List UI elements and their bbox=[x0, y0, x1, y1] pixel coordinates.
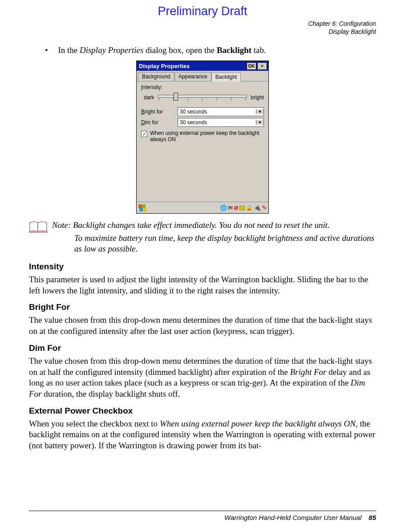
chapter-header: Chapter 6: Configuration Display Backlig… bbox=[29, 20, 376, 36]
paragraph-dim-for: The value chosen from this drop-down men… bbox=[29, 356, 376, 400]
dim-for-label: Dim for bbox=[141, 119, 178, 126]
start-flag-icon2 bbox=[139, 208, 146, 211]
heading-intensity: Intensity bbox=[29, 262, 376, 272]
preliminary-draft-header: Preliminary Draft bbox=[29, 0, 376, 20]
tray-card-icon[interactable] bbox=[239, 206, 245, 210]
backlight-panel: Intensity: dark ||||||| bright Bright fo… bbox=[137, 81, 268, 202]
slider-dark-label: dark bbox=[144, 94, 154, 101]
window-title: Display Properties bbox=[138, 63, 246, 69]
heading-bright-for: Bright For bbox=[29, 302, 376, 312]
dim-for-dropdown[interactable]: 30 seconds ▼ bbox=[178, 118, 264, 127]
dropdown-arrow-icon: ▼ bbox=[256, 110, 263, 114]
tab-backlight[interactable]: Backlight bbox=[211, 73, 241, 81]
paragraph-external-power: When you select the checkbox next to Whe… bbox=[29, 418, 376, 451]
tray-stop-icon[interactable]: ⊘ bbox=[234, 204, 239, 211]
paragraph-intensity: This parameter is used to adjust the lig… bbox=[29, 274, 376, 296]
screenshot-wrapper: Display Properties OK × Background Appea… bbox=[29, 61, 376, 214]
dim-for-row: Dim for 30 seconds ▼ bbox=[141, 118, 264, 127]
note-line2: To maximize battery run time, keep the d… bbox=[52, 233, 376, 255]
dim-p3: duration, the display backlight shuts of… bbox=[42, 389, 180, 398]
slider-thumb[interactable] bbox=[174, 93, 178, 101]
heading-external-power: External Power Checkbox bbox=[29, 406, 376, 416]
bright-for-value: 30 seconds bbox=[178, 109, 256, 115]
intensity-label: Intensity: bbox=[141, 84, 264, 90]
system-tray: 🌐 ✉ ⊘ 🔒 🔌 ✎ bbox=[220, 204, 267, 211]
chapter-line2: Display Backlight bbox=[29, 28, 376, 36]
bullet-dot: • bbox=[45, 45, 48, 55]
display-properties-window: Display Properties OK × Background Appea… bbox=[136, 61, 269, 214]
ok-button[interactable]: OK bbox=[247, 62, 256, 70]
intensity-slider[interactable]: ||||||| bbox=[158, 92, 247, 103]
bullet-text-prefix: In the bbox=[58, 45, 80, 55]
book-icon bbox=[29, 221, 48, 233]
instruction-bullet: • In the Display Properties dialog box, … bbox=[45, 45, 376, 55]
bullet-text-suffix: tab. bbox=[251, 45, 266, 55]
external-power-check-label: When using external power keep the backl… bbox=[150, 130, 264, 143]
bullet-text-italic: Display Properties bbox=[80, 45, 143, 55]
dim-i1: Bright For bbox=[290, 367, 327, 377]
slider-bright-label: bright bbox=[251, 94, 264, 101]
intensity-slider-row: dark ||||||| bright bbox=[144, 92, 264, 103]
note-line1: Backlight changes take effect immediatel… bbox=[71, 220, 330, 230]
bright-for-dropdown[interactable]: 30 seconds ▼ bbox=[178, 107, 264, 116]
close-button[interactable]: × bbox=[257, 62, 267, 70]
heading-dim-for: Dim For bbox=[29, 343, 376, 353]
bright-for-label: Bright for bbox=[141, 109, 178, 115]
paragraph-bright-for: The value chosen from this drop-down men… bbox=[29, 315, 376, 337]
tray-mail-icon[interactable]: ✉ bbox=[228, 204, 233, 211]
ext-i1: When using external power keep the backl… bbox=[160, 419, 356, 428]
start-button[interactable] bbox=[138, 204, 146, 211]
external-power-row: ✓ When using external power keep the bac… bbox=[141, 130, 264, 143]
bullet-text-bold: Backlight bbox=[217, 45, 251, 55]
footer-page-number: 85 bbox=[369, 514, 376, 521]
svg-rect-0 bbox=[29, 231, 48, 233]
dropdown-arrow-icon: ▼ bbox=[256, 120, 263, 125]
page-footer: Warrington Hand-Held Computer User Manua… bbox=[29, 511, 376, 521]
bullet-text-mid: dialog box, open the bbox=[143, 45, 217, 55]
tray-globe-icon[interactable]: 🌐 bbox=[220, 204, 227, 211]
note-text: Note: Backlight changes take effect imme… bbox=[52, 220, 376, 255]
ext-p1: When you select the checkbox next to bbox=[29, 419, 160, 428]
tab-row: Background Appearance Backlight bbox=[137, 71, 268, 81]
tray-lock-icon[interactable]: 🔒 bbox=[246, 204, 253, 211]
taskbar: 🌐 ✉ ⊘ 🔒 🔌 ✎ bbox=[137, 202, 268, 213]
external-power-checkbox[interactable]: ✓ bbox=[141, 131, 147, 137]
dim-for-value: 30 seconds bbox=[178, 119, 256, 126]
note-label: Note: bbox=[52, 220, 71, 230]
chapter-line1: Chapter 6: Configuration bbox=[29, 20, 376, 28]
tab-background[interactable]: Background bbox=[138, 72, 174, 81]
note-block: Note: Backlight changes take effect imme… bbox=[29, 220, 376, 255]
tray-pen-icon[interactable]: ✎ bbox=[262, 204, 267, 211]
tray-plug-icon[interactable]: 🔌 bbox=[254, 204, 261, 211]
window-titlebar: Display Properties OK × bbox=[137, 61, 268, 71]
bright-for-row: Bright for 30 seconds ▼ bbox=[141, 107, 264, 116]
tab-appearance[interactable]: Appearance bbox=[174, 72, 211, 81]
footer-manual-title: Warrington Hand-Held Computer User Manua… bbox=[224, 514, 361, 521]
